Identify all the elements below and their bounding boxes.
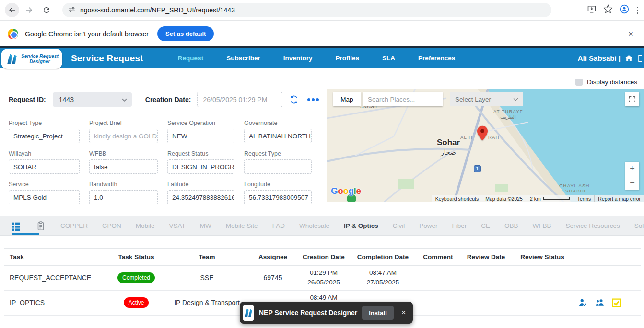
google-map[interactable]: الصناعية AT TURAYF الطريف AL H RAH GHAYL… [327, 89, 644, 202]
install-button[interactable]: Install [362, 306, 394, 320]
tab-mobile[interactable]: Mobile [136, 222, 155, 229]
refresh-icon[interactable] [289, 95, 299, 104]
nav-item-request[interactable]: Request [178, 55, 203, 62]
willayah-input[interactable]: SOHAR [9, 159, 80, 174]
row-actions [576, 298, 638, 308]
nav-item-inventory[interactable]: Inventory [283, 55, 313, 62]
app-logo[interactable]: Service RequestDesigner [1, 49, 62, 69]
request-type-input[interactable] [244, 159, 312, 174]
map-zoom-control: + − [625, 162, 639, 190]
tab-copper[interactable]: COPPER [60, 222, 88, 229]
tab-ce[interactable]: CE [481, 222, 490, 229]
nav-item-preferences[interactable]: Preferences [418, 55, 455, 62]
srd-logo-icon [5, 52, 19, 66]
approve-checkbox-icon[interactable] [611, 298, 621, 308]
map-type-button[interactable]: Map [333, 92, 361, 106]
tab-wholesale[interactable]: Wholesale [299, 222, 329, 229]
tab-service-resources[interactable]: Service Resources [566, 222, 620, 229]
tab-mobile-site[interactable]: Mobile Site [226, 222, 258, 229]
assignee-cell: 69745 [249, 265, 297, 290]
longitude-input[interactable]: 56.73317983009507 [244, 190, 312, 204]
field-wfbb: WFBB false [89, 150, 158, 174]
service-operation-input[interactable]: NEW [167, 129, 234, 143]
project-brief-input[interactable]: kindly design a GOLD S [89, 129, 158, 143]
assign-user-icon[interactable] [578, 298, 588, 308]
tab-wfbb[interactable]: WFBB [533, 222, 551, 229]
active-tab-underline [12, 233, 39, 235]
request-id-select[interactable]: 1443 [53, 92, 132, 107]
fullscreen-icon[interactable] [625, 92, 639, 106]
latitude-input[interactable]: 24.352497883882616 [167, 190, 234, 204]
browser-forward-icon[interactable] [22, 3, 36, 17]
col-creation-date: Creation Date [297, 249, 351, 265]
set-as-default-button[interactable]: Set as default [157, 26, 214, 41]
col-review-status: Review Status [511, 249, 574, 265]
status-badge: Completed [117, 272, 155, 283]
bandwidth-input[interactable]: 1.0 [89, 190, 158, 204]
nav-item-subscriber[interactable]: Subscriber [226, 55, 260, 62]
nav-item-profiles[interactable]: Profiles [335, 55, 359, 62]
default-browser-banner: Google Chrome isn't your default browser… [0, 21, 644, 46]
task-name: IP_OPTICS [4, 290, 107, 315]
select-layer-dropdown[interactable]: Select Layer [450, 92, 523, 106]
tab-ip-optics[interactable]: IP & Optics [344, 222, 378, 229]
chevron-down-icon [513, 98, 518, 101]
report-map-error-link[interactable]: Report a map error [595, 196, 644, 202]
zoom-out-button[interactable]: − [625, 176, 639, 190]
tab-gpon[interactable]: GPON [102, 222, 121, 229]
tab-solution[interactable]: Solution [634, 222, 644, 229]
banner-close-icon[interactable]: × [628, 29, 636, 39]
governorate-input[interactable]: AL BATINAH NORTH [244, 129, 312, 143]
home-icon[interactable] [624, 54, 633, 63]
project-type-input[interactable]: Strategic_Project [9, 129, 80, 143]
clipboard-tab-icon[interactable] [35, 221, 46, 231]
zoom-in-button[interactable]: + [625, 162, 639, 176]
wfbb-input[interactable]: false [89, 159, 158, 174]
tab-obb[interactable]: OBB [504, 222, 518, 229]
display-distances-control: Display distances [575, 79, 637, 86]
map-marker-icon[interactable] [474, 125, 491, 141]
map-scale: 2 km [526, 196, 574, 202]
site-info-icon[interactable] [68, 5, 76, 15]
bookmark-star-icon[interactable] [603, 4, 613, 16]
tab-civil[interactable]: Civil [393, 222, 405, 229]
tab-power[interactable]: Power [419, 222, 437, 229]
browser-back-icon[interactable] [5, 3, 19, 17]
task-list-tab-icon[interactable] [11, 221, 21, 231]
browser-reload-icon[interactable] [39, 3, 54, 17]
logout-icon[interactable] [637, 54, 642, 63]
main-nav: Request Subscriber Inventory Profiles SL… [178, 55, 455, 62]
chevron-down-icon [122, 98, 127, 102]
install-app-icon[interactable] [587, 4, 597, 16]
creation-date-cell: 01:29 PM26/05/2025 [300, 268, 348, 287]
profile-avatar-icon[interactable] [620, 4, 629, 16]
app-header: Service RequestDesigner Service Request … [0, 46, 644, 68]
field-request-type: Request Type [244, 150, 312, 174]
creation-date-field[interactable]: 26/05/2025 01:29 PM [197, 92, 282, 107]
tab-fad[interactable]: FAD [272, 222, 285, 229]
display-distances-checkbox[interactable] [575, 79, 583, 86]
tab-fiber[interactable]: Fiber [452, 222, 467, 229]
team-cell: IP Design & Transport [165, 290, 249, 315]
field-bandwidth: Bandwidth 1.0 [89, 181, 158, 204]
review-status-cell [511, 265, 574, 290]
completion-date-cell: 08:47 AM27/05/2025 [353, 268, 412, 287]
toast-close-icon[interactable]: × [398, 308, 409, 317]
request-status-input[interactable]: DESIGN_IN_PROGRESS [167, 159, 234, 174]
tab-vsat[interactable]: VSAT [169, 222, 186, 229]
address-bar[interactable]: ngoss-srd.omantel.com/NEP_SRD_UI/request… [62, 3, 551, 17]
review-date-cell [461, 290, 511, 315]
team-users-icon[interactable] [595, 298, 605, 308]
keyboard-shortcuts-link[interactable]: Keyboard shortcuts [432, 196, 482, 202]
service-input[interactable]: MPLS Gold [9, 190, 80, 204]
map-search-input[interactable] [363, 92, 443, 106]
browser-menu-icon[interactable] [637, 7, 638, 14]
terms-link[interactable]: Terms [574, 196, 595, 202]
page: ngoss-srd.omantel.com/NEP_SRD_UI/request… [0, 0, 644, 328]
col-team: Team [165, 249, 249, 265]
section-tabbar: COPPER GPON Mobile VSAT MW Mobile Site F… [0, 216, 644, 236]
toast-title: NEP Service Request Designer [259, 309, 357, 317]
nav-item-sla[interactable]: SLA [382, 55, 395, 62]
tab-mw[interactable]: MW [200, 222, 211, 229]
more-actions-icon[interactable] [307, 98, 319, 101]
